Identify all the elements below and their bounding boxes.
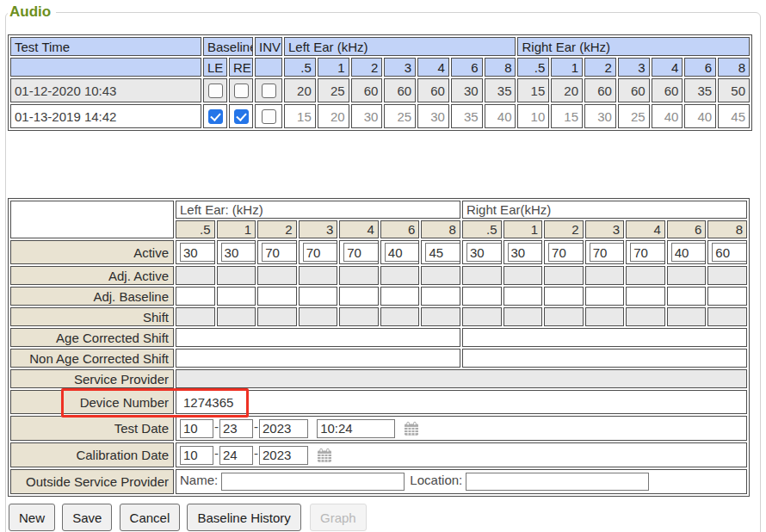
- history-row-2019: 01-13-2019 14:42 15 20 30 25 30 35 40 10…: [10, 104, 750, 128]
- freq-header: 8: [718, 58, 750, 77]
- new-button[interactable]: New: [9, 504, 55, 531]
- left-ear-header: Left Ear: (kHz): [176, 201, 460, 219]
- adj-active-row-label: Adj. Active: [10, 266, 174, 285]
- active-left-input[interactable]: [425, 243, 460, 262]
- freq-header: .5: [517, 58, 549, 77]
- baseline-re-checkbox[interactable]: [234, 84, 249, 98]
- device-number-row: Device Number: [10, 390, 747, 414]
- inv-checkbox[interactable]: [262, 84, 276, 98]
- provider-location-input[interactable]: [466, 473, 649, 491]
- freq-header: 2: [544, 220, 584, 238]
- freq-header: 1: [318, 58, 349, 77]
- threshold-value: 60: [351, 78, 383, 102]
- calibration-day-input[interactable]: [219, 446, 253, 465]
- threshold-value: 35: [451, 104, 483, 128]
- threshold-value: 35: [684, 78, 716, 102]
- test-date-year-input[interactable]: [259, 419, 308, 438]
- threshold-value: 30: [584, 104, 616, 128]
- device-number-input[interactable]: [180, 393, 390, 411]
- freq-header: 4: [652, 58, 683, 77]
- threshold-value: 60: [652, 78, 683, 102]
- freq-header: 2: [351, 58, 383, 77]
- active-right-input[interactable]: [548, 243, 584, 262]
- calendar-icon[interactable]: [317, 448, 332, 463]
- current-test-table: Left Ear: (kHz) Right Ear(kHz) .5 1 2 3 …: [8, 198, 750, 497]
- test-date-day-input[interactable]: [219, 419, 253, 438]
- service-provider-value: [176, 369, 747, 388]
- test-date-month-input[interactable]: [180, 419, 213, 438]
- threshold-value: 30: [351, 104, 383, 128]
- baseline-le-checkbox[interactable]: [208, 84, 223, 98]
- freq-header: .5: [284, 58, 316, 77]
- threshold-value: 25: [318, 78, 349, 102]
- freq-header: .5: [176, 220, 215, 238]
- calibration-year-input[interactable]: [259, 446, 308, 465]
- adj-active-row: Adj. Active: [10, 266, 747, 285]
- threshold-value: 15: [517, 78, 549, 102]
- active-right-input[interactable]: [671, 243, 707, 262]
- active-row: Active: [10, 240, 747, 264]
- active-left-input[interactable]: [180, 243, 215, 262]
- threshold-value: 40: [684, 104, 716, 128]
- empty-header-cell: [10, 58, 201, 77]
- threshold-value: 40: [485, 104, 516, 128]
- active-left-input[interactable]: [303, 243, 338, 262]
- active-left-input[interactable]: [221, 243, 256, 262]
- active-left-input[interactable]: [262, 243, 297, 262]
- test-time-value: 01-12-2020 10:43: [10, 78, 201, 102]
- active-right-input[interactable]: [508, 243, 543, 262]
- active-right-input[interactable]: [466, 243, 502, 262]
- active-left-input[interactable]: [385, 243, 420, 262]
- active-right-input[interactable]: [630, 243, 665, 262]
- freq-header: 6: [684, 58, 716, 77]
- date-separator: -: [214, 419, 219, 434]
- empty-header-cell: [255, 58, 282, 77]
- adj-baseline-row-label: Adj. Baseline: [10, 287, 174, 306]
- empty-corner-cell: [10, 201, 174, 238]
- provider-name-label: Name:: [180, 473, 218, 487]
- active-right-input[interactable]: [712, 243, 747, 262]
- active-left-input[interactable]: [343, 243, 379, 262]
- freq-header: 1: [503, 220, 543, 238]
- right-ear-header: Right Ear(kHz): [462, 201, 747, 219]
- age-corrected-shift-label: Age Corrected Shift: [10, 328, 174, 347]
- history-header-row: Test Time Baseline INV Left Ear (kHz) Ri…: [10, 37, 750, 56]
- date-separator: -: [214, 446, 219, 461]
- provider-name-input[interactable]: [221, 473, 405, 491]
- freq-header: 4: [626, 220, 665, 238]
- audio-section-title: Audio: [8, 3, 56, 21]
- active-right-input[interactable]: [590, 243, 625, 262]
- col-header-re: RE: [229, 58, 253, 77]
- threshold-value: 35: [485, 78, 516, 102]
- calibration-month-input[interactable]: [180, 446, 213, 465]
- freq-header: 3: [384, 58, 416, 77]
- save-button[interactable]: Save: [62, 504, 112, 531]
- cancel-button[interactable]: Cancel: [120, 504, 181, 531]
- freq-header: 4: [417, 58, 449, 77]
- threshold-value: 30: [417, 104, 449, 128]
- date-separator: -: [254, 419, 258, 434]
- baseline-re-checkbox[interactable]: [234, 109, 249, 124]
- freq-header: 1: [217, 220, 256, 238]
- baseline-history-button[interactable]: Baseline History: [187, 504, 300, 531]
- test-time-input[interactable]: [317, 419, 395, 438]
- calibration-date-label: Calibration Date: [10, 442, 174, 467]
- service-provider-row: Service Provider: [10, 369, 747, 388]
- threshold-value: 15: [551, 104, 583, 128]
- freq-header: 4: [339, 220, 379, 238]
- threshold-value: 60: [618, 78, 650, 102]
- calendar-icon[interactable]: [404, 421, 419, 436]
- freq-header: 1: [551, 58, 583, 77]
- threshold-value: 40: [652, 104, 683, 128]
- threshold-value: 20: [284, 78, 316, 102]
- freq-header: 8: [421, 220, 460, 238]
- threshold-value: 50: [718, 78, 750, 102]
- threshold-value: 20: [318, 104, 349, 128]
- threshold-value: 25: [384, 104, 416, 128]
- freq-header: 8: [707, 220, 747, 238]
- non-age-corrected-shift-row: Non Age Corrected Shift: [10, 349, 747, 368]
- test-date-label: Test Date: [10, 416, 174, 441]
- freq-header: 3: [585, 220, 625, 238]
- inv-checkbox[interactable]: [262, 109, 276, 124]
- baseline-le-checkbox[interactable]: [208, 109, 223, 124]
